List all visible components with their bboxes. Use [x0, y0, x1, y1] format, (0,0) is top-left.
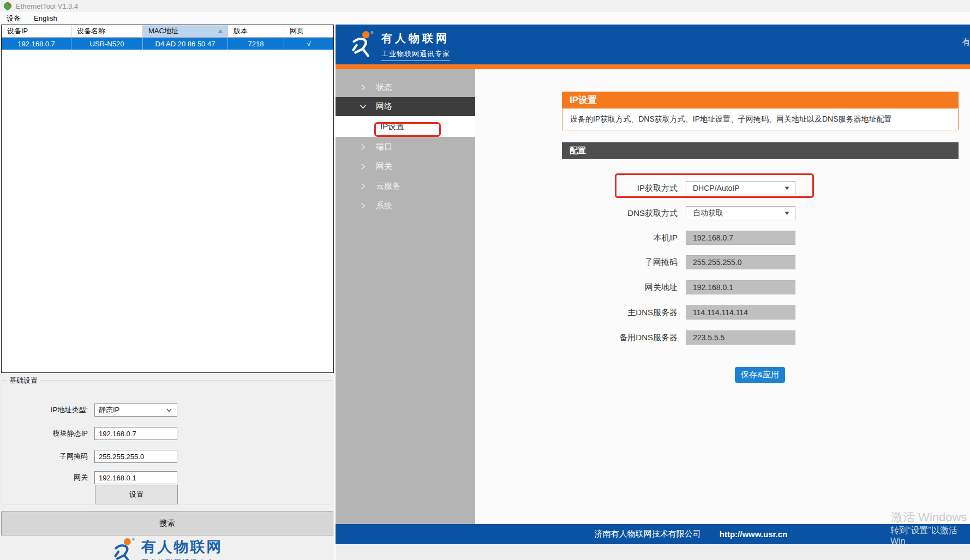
sidebar-item-port[interactable]: 端口 — [336, 137, 475, 156]
secondary-dns-field[interactable]: 223.5.5.5 — [686, 330, 795, 345]
local-ip-row: 本机IP 192.168.0.7 — [570, 231, 805, 245]
window-title: EthernetTool V1.3.4 — [16, 2, 78, 10]
running-man-icon: ® — [350, 30, 375, 61]
chevron-right-icon — [360, 163, 367, 170]
usr-logo: ® 有人物联网 工业物联网通讯专家 — [0, 537, 334, 560]
subnet-mask-row: 子网掩码 255.255.255.0 — [2, 450, 177, 463]
static-ip-row: 模块静态IP 192.168.0.7 — [2, 427, 177, 440]
web-brand-name: 有人物联网 — [381, 31, 450, 46]
local-ip-field[interactable]: 192.168.0.7 — [686, 231, 795, 245]
web-header: ® 有人物联网 工业物联网通讯专家 有 — [336, 25, 970, 64]
dns-mode-select[interactable]: 自动获取 — [686, 206, 795, 220]
running-man-icon: ® — [112, 537, 136, 560]
sort-asc-icon — [218, 29, 223, 33]
device-table-header: 设备IP 设备名称 MAC地址 版本 网页 — [2, 25, 333, 38]
dns-mode-row: DNS获取方式 自动获取 — [570, 206, 805, 220]
static-ip-field[interactable]: 192.168.0.7 — [94, 427, 177, 440]
col-header-device-name[interactable]: 设备名称 — [71, 25, 143, 37]
gateway-row: 网关 192.168.0.1 — [2, 471, 177, 484]
screen: EthernetTool V1.3.4 设备 English 设备IP 设备名称… — [0, 0, 970, 560]
sidebar-item-system[interactable]: 系统 — [336, 196, 475, 215]
search-button[interactable]: 搜索 — [1, 511, 333, 535]
subnet-mask-label: 子网掩码 — [2, 451, 88, 461]
gateway-address-row: 网关地址 192.168.0.1 — [570, 280, 805, 294]
chevron-right-icon — [360, 143, 367, 150]
save-apply-button[interactable]: 保存&应用 — [735, 367, 785, 383]
subnet-mask-field[interactable]: 255.255.255.0 — [94, 450, 177, 463]
sidebar-item-label: 端口 — [376, 142, 392, 152]
sidebar-item-gateway[interactable]: 网关 — [336, 156, 475, 176]
sidebar-item-cloud[interactable]: 云服务 — [336, 176, 475, 196]
col-header-version[interactable]: 版本 — [228, 25, 284, 37]
ip-type-row: IP地址类型: 静态IP — [2, 404, 177, 417]
web-logo: ® 有人物联网 工业物联网通讯专家 — [350, 30, 450, 61]
device-tool-panel: 设备IP 设备名称 MAC地址 版本 网页 192.168.0.7 USR-N5… — [0, 25, 334, 560]
page-title-banner: IP设置 — [562, 92, 959, 109]
primary-dns-row: 主DNS服务器 114.114.114.114 — [570, 305, 805, 320]
menu-device[interactable]: 设备 — [0, 12, 27, 25]
secondary-dns-row: 备用DNS服务器 223.5.5.5 — [570, 330, 805, 345]
web-brand-slogan: 工业物联网通讯专家 — [381, 49, 450, 61]
gateway-label: 网关 — [2, 473, 88, 483]
ip-mode-row: IP获取方式 DHCP/AutoIP — [570, 181, 805, 195]
sidebar-item-label: 云服务 — [376, 181, 400, 191]
sidebar-item-label: 状态 — [376, 82, 392, 93]
col-header-mac-address[interactable]: MAC地址 — [143, 25, 228, 37]
menu-english[interactable]: English — [27, 12, 64, 25]
activate-windows-watermark-line2: 转到“设置”以激活 Win — [890, 525, 970, 546]
chevron-right-icon — [360, 202, 367, 209]
web-config-page: ® 有人物联网 工业物联网通讯专家 有 状态 — [336, 25, 970, 560]
footer-company: 济南有人物联网技术有限公司 — [595, 529, 701, 539]
app-icon — [4, 2, 11, 10]
header-right-link[interactable]: 有 — [962, 37, 970, 48]
below-footer-area — [336, 544, 970, 560]
gateway-field[interactable]: 192.168.0.1 — [94, 471, 177, 484]
sidebar-item-label: 网关 — [376, 161, 392, 172]
cell-device-name: USR-N520 — [71, 38, 143, 50]
table-row[interactable]: 192.168.0.7 USR-N520 D4 AD 20 86 50 47 7… — [2, 38, 333, 50]
subnet-mask-field[interactable]: 255.255.255.0 — [686, 255, 795, 269]
chevron-down-icon — [166, 407, 172, 413]
device-table: 设备IP 设备名称 MAC地址 版本 网页 192.168.0.7 USR-N5… — [1, 25, 334, 373]
chevron-down-icon — [360, 103, 367, 110]
web-footer: 济南有人物联网技术有限公司 http://www.usr.cn — [336, 524, 970, 544]
footer-url-link[interactable]: http://www.usr.cn — [720, 529, 787, 539]
svg-text:®: ® — [131, 538, 134, 542]
static-ip-label: 模块静态IP — [2, 429, 88, 438]
dropdown-arrow-icon — [785, 186, 789, 190]
sidebar-item-ip-settings[interactable]: IP设置 — [336, 116, 475, 137]
sidebar-item-label: 系统 — [376, 201, 392, 211]
ip-type-value: 静态IP — [99, 405, 119, 415]
sidebar-item-network[interactable]: 网络 — [336, 97, 475, 116]
col-header-mac-label: MAC地址 — [148, 26, 178, 36]
col-header-web[interactable]: 网页 — [284, 25, 333, 37]
set-button[interactable]: 设置 — [95, 485, 178, 504]
subnet-mask-row-web: 子网掩码 255.255.255.0 — [570, 255, 805, 269]
ip-type-label: IP地址类型: — [2, 405, 88, 415]
sidebar-nav: 状态 网络 IP设置 端口 网关 — [336, 69, 475, 524]
ip-type-select[interactable]: 静态IP — [94, 404, 177, 417]
cell-version: 7218 — [228, 38, 284, 50]
secondary-dns-label: 备用DNS服务器 — [570, 333, 678, 343]
ip-mode-value: DHCP/AutoIP — [693, 184, 740, 192]
local-ip-label: 本机IP — [570, 233, 678, 243]
dropdown-arrow-icon — [785, 212, 789, 215]
menu-bar: 设备 English — [0, 12, 970, 25]
activate-windows-watermark-line1: 激活 Windows — [891, 509, 967, 526]
chevron-right-icon — [360, 84, 367, 91]
primary-dns-field[interactable]: 114.114.114.114 — [686, 305, 795, 320]
gateway-address-field[interactable]: 192.168.0.1 — [686, 280, 795, 294]
subnet-mask-label: 子网掩码 — [570, 257, 678, 268]
cell-web-check: √ — [284, 38, 333, 50]
primary-dns-label: 主DNS服务器 — [570, 308, 678, 318]
cell-device-ip: 192.168.0.7 — [2, 38, 71, 50]
col-header-device-ip[interactable]: 设备IP — [2, 25, 71, 37]
sidebar-item-status[interactable]: 状态 — [336, 78, 475, 97]
svg-text:®: ® — [370, 31, 373, 35]
header-accent-strip — [336, 64, 970, 69]
config-section-header: 配置 — [562, 142, 959, 159]
ip-mode-select[interactable]: DHCP/AutoIP — [686, 181, 795, 195]
ip-mode-label: IP获取方式 — [570, 183, 678, 194]
chevron-right-icon — [360, 183, 367, 190]
basic-settings-legend: 基础设置 — [7, 376, 40, 386]
